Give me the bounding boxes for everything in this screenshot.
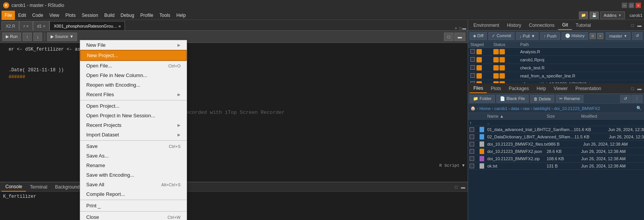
files-more-btn[interactable]: ⋮	[631, 95, 642, 103]
file-row-3[interactable]: doi_10.21223_BMWFX2.json 28.6 KB Jun 26,…	[468, 148, 644, 155]
dropdown-open-file-column[interactable]: Open File in New Column...	[80, 71, 187, 80]
dropdown-recent-projects[interactable]: Recent Projects ▶	[80, 120, 187, 130]
tab-git[interactable]: Git	[558, 21, 572, 30]
console-collapse-btn[interactable]: ▬	[460, 184, 466, 190]
dropdown-rename[interactable]: Rename	[80, 161, 187, 170]
tab-plots[interactable]: Plots	[487, 84, 505, 93]
menu-build[interactable]: Build	[101, 11, 118, 20]
git-checkbox-0[interactable]	[470, 49, 475, 54]
dropdown-save-as[interactable]: Save As...	[80, 151, 187, 161]
file-check-5[interactable]	[470, 164, 474, 168]
dropdown-save[interactable]: Save Ctrl+S	[80, 141, 187, 151]
pull-btn[interactable]: ↓ Pull ▼	[516, 32, 539, 40]
file-col-name[interactable]: Name ▲	[487, 114, 547, 118]
file-check-0[interactable]	[470, 127, 474, 132]
file-row-1[interactable]: 02_DataDictionary_LBHT_Advanced_SRam… 11…	[468, 133, 644, 141]
blank-file-btn[interactable]: 📄 Blank File	[496, 95, 528, 103]
source-arrow-down-btn[interactable]: ↓	[33, 33, 43, 41]
file-row-0[interactable]: 01_data_advanced_trial_LBHTC2_SanRam… 10…	[468, 126, 644, 133]
breadcrumb-lateblight[interactable]: lateblight	[534, 106, 550, 111]
breadcrumb-doi[interactable]: doi_10.21223_BMWFX2	[554, 106, 600, 111]
dropdown-compile-report[interactable]: Compile Report...	[80, 189, 187, 199]
console-tab[interactable]: Console	[2, 182, 26, 192]
tab-environment[interactable]: Environment	[470, 21, 503, 30]
menu-tools[interactable]: Tools	[156, 11, 173, 20]
tab-overflow-btn[interactable]: »	[455, 26, 457, 30]
delete-file-btn[interactable]: 🗑 Delete	[530, 95, 555, 103]
tab-presentation[interactable]: Presentation	[572, 84, 605, 93]
tab-help[interactable]: Help	[533, 84, 550, 93]
tab-packages[interactable]: Packages	[505, 84, 533, 93]
tab-files[interactable]: Files	[470, 84, 487, 93]
editor-collapse-btn[interactable]: ▬	[454, 33, 465, 41]
git-refresh-btn[interactable]: ↺	[632, 32, 642, 40]
git-view-btn[interactable]: ≡	[597, 33, 603, 39]
addins-dropdown[interactable]: Addins ▼	[600, 11, 625, 19]
files-refresh-btn[interactable]: ↺	[620, 95, 631, 103]
menu-profile[interactable]: Profile	[137, 11, 156, 20]
dropdown-new-file[interactable]: New File ▶	[80, 40, 187, 50]
dropdown-print[interactable]: Print _	[80, 201, 187, 210]
git-checkbox-1[interactable]	[470, 57, 475, 62]
dropdown-open-file[interactable]: Open File... Ctrl+O	[80, 61, 187, 71]
collapse-editor-btn[interactable]: ▬	[462, 26, 466, 30]
menu-code[interactable]: Code	[29, 11, 46, 20]
menu-view[interactable]: View	[46, 11, 62, 20]
breadcrumb-carob1[interactable]: carob1	[495, 106, 508, 111]
breadcrumb-raw[interactable]: raw	[523, 106, 530, 111]
menu-plots[interactable]: Plots	[62, 11, 79, 20]
file-col-size[interactable]: Size	[547, 114, 581, 118]
dropdown-open-project-session[interactable]: Open Project in New Session...	[80, 111, 187, 120]
git-panel-collapse-btn[interactable]: ▬	[636, 22, 642, 28]
close-button[interactable]: ✕	[636, 3, 641, 8]
source-arrow-up-btn[interactable]: ↑	[23, 33, 32, 41]
file-col-modified[interactable]: Modified	[581, 114, 642, 118]
dropdown-open-project[interactable]: Open Project...	[80, 101, 187, 111]
terminal-tab[interactable]: Terminal	[26, 183, 51, 191]
minimize-button[interactable]: ─	[622, 3, 627, 8]
file-row-5[interactable]: ok.txt 131 B Jun 26, 2024, 12:38 AM	[468, 163, 644, 170]
rename-file-btn[interactable]: ✏ Rename	[556, 95, 583, 103]
git-checkbox-3[interactable]	[470, 73, 475, 78]
git-settings-btn[interactable]: ⚙	[590, 33, 596, 39]
dropdown-recent-files[interactable]: Recent Files ▶	[80, 90, 187, 99]
maximize-button[interactable]: □	[629, 3, 634, 8]
save-btn[interactable]: 💾	[590, 11, 599, 19]
tab-history-top[interactable]: History	[503, 21, 525, 30]
dropdown-import-dataset[interactable]: Import Dataset ▶	[80, 130, 187, 140]
editor-maximize-btn[interactable]: □	[444, 33, 453, 41]
file-row-2[interactable]: doi_10.21223_BMWFX2_files.txt 986 B Jun …	[468, 141, 644, 148]
files-collapse-btn[interactable]: ▬	[636, 85, 642, 92]
dropdown-save-encoding[interactable]: Save with Encoding...	[80, 170, 187, 180]
tab-tutorial[interactable]: Tutorial	[572, 21, 595, 30]
git-checkbox-2[interactable]	[470, 65, 475, 70]
push-btn[interactable]: ↑ Push	[540, 32, 560, 40]
dropdown-save-all[interactable]: Save All Alt+Ctrl+S	[80, 180, 187, 189]
branch-selector[interactable]: master ▼	[606, 32, 631, 40]
dropdown-close[interactable]: Close Ctrl+W	[80, 212, 187, 220]
tab-r[interactable]: r ×	[19, 21, 33, 30]
run-btn[interactable]: ▶ Run	[2, 33, 21, 41]
console-maximize-btn[interactable]: □	[453, 184, 459, 190]
menu-edit[interactable]: Edit	[15, 11, 29, 20]
source-btn[interactable]: ▶ Source ▼	[47, 33, 77, 41]
file-check-2[interactable]	[470, 142, 474, 146]
breadcrumb-search[interactable]: 🔍	[636, 106, 642, 111]
git-panel-maximize-btn[interactable]: □	[629, 22, 636, 28]
expand-editor-btn[interactable]: □	[459, 26, 462, 30]
files-maximize-btn[interactable]: □	[629, 85, 636, 92]
tab-x2r[interactable]: X2.R	[2, 21, 19, 30]
tab-connections[interactable]: Connections	[525, 21, 559, 30]
breadcrumb-data[interactable]: data	[511, 106, 519, 111]
diff-btn[interactable]: ◈ Diff	[470, 32, 487, 40]
file-row-4[interactable]: doi_10.21223_BMWFX2.zip 108.6 KB Jun 26,…	[468, 155, 644, 163]
menu-file[interactable]: File	[2, 11, 15, 20]
tab-x001[interactable]: X001_phosphorusRatesonGrou… »	[49, 21, 125, 30]
file-check-1[interactable]	[470, 135, 474, 139]
new-folder-btn[interactable]: 📁 Folder	[470, 95, 495, 103]
parent-dir-row[interactable]: ↑ ..	[468, 120, 644, 126]
file-check-3[interactable]	[470, 149, 474, 154]
menu-help[interactable]: Help	[173, 11, 189, 20]
commit-btn[interactable]: ✓ Commit	[488, 32, 514, 40]
tab-viewer[interactable]: Viewer	[550, 84, 571, 93]
